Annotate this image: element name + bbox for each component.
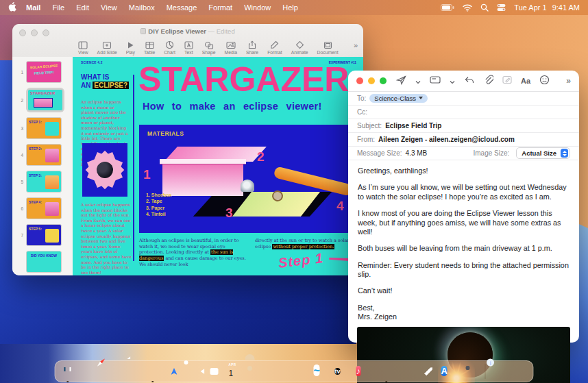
warning-text-left[interactable]: Although an eclipse is beautiful, in ord… — [139, 238, 246, 268]
mail-traffic-lights[interactable] — [356, 77, 387, 84]
thumbnail-2[interactable]: STARGAZER — [27, 89, 63, 111]
battery-icon[interactable] — [441, 4, 454, 11]
document-button[interactable]: Document — [317, 41, 339, 55]
add-slide-button[interactable]: Add Slide — [97, 41, 117, 55]
slide-thumb-1[interactable]: 1 SOLAR ECLIPSE FIELD TRIP! — [12, 61, 73, 83]
cc-field[interactable]: Cc: — [348, 106, 579, 119]
control-center-icon[interactable] — [497, 3, 506, 12]
dock-item-maps[interactable] — [165, 362, 183, 380]
dock-item-numbers[interactable] — [399, 362, 417, 380]
app-menu-mail[interactable]: Mail — [26, 3, 40, 12]
menu-edit[interactable]: Edit — [76, 3, 89, 12]
menubar-clock[interactable]: 9:41 AM — [552, 3, 580, 12]
header-fields-button[interactable] — [430, 75, 441, 87]
slide-thumb-7[interactable]: 7 STEP 5: — [12, 224, 73, 246]
zoom-button[interactable] — [380, 77, 387, 84]
dock-item-contacts[interactable] — [250, 362, 268, 380]
subject-field[interactable]: Subject: Eclipse Field Trip — [348, 119, 579, 133]
slide-thumb-5[interactable]: 5 STEP 3: — [12, 171, 73, 193]
dock-item-notes[interactable] — [293, 362, 310, 380]
format-button[interactable]: Format — [267, 40, 282, 55]
slide-subtitle[interactable]: How to make an eclipse viewer! — [143, 101, 322, 112]
dock-item-facetime[interactable] — [208, 362, 225, 380]
shape-button[interactable]: Shape — [202, 41, 216, 55]
animate-button[interactable]: Animate — [291, 40, 308, 55]
dock-item-safari[interactable] — [101, 362, 119, 380]
slide-thumb-2-selected[interactable]: 2 STARGAZER — [12, 88, 73, 112]
thumbnail-1[interactable]: SOLAR ECLIPSE FIELD TRIP! — [26, 61, 62, 83]
wifi-icon[interactable] — [463, 4, 472, 12]
slide-thumb-6[interactable]: 6 STEP 4: — [12, 197, 73, 219]
dock-item-keynote[interactable] — [378, 362, 395, 380]
send-button[interactable] — [396, 75, 406, 88]
menu-window[interactable]: Window — [244, 3, 271, 12]
thumbnail-6[interactable]: STEP 4: — [26, 197, 62, 219]
dock-item-mail[interactable] — [144, 362, 162, 380]
minimize-button[interactable] — [368, 77, 375, 84]
reply-button[interactable] — [464, 75, 474, 87]
apple-menu[interactable] — [8, 2, 16, 13]
menu-format[interactable]: Format — [208, 3, 232, 12]
menu-view[interactable]: View — [101, 3, 117, 12]
toolbar-overflow-chevron[interactable]: » — [354, 41, 358, 55]
menu-help[interactable]: Help — [282, 3, 298, 12]
to-field[interactable]: To: Science-Class — [348, 92, 579, 106]
attach-button[interactable] — [483, 75, 493, 88]
search-icon[interactable] — [480, 3, 489, 12]
menu-message[interactable]: Message — [167, 3, 197, 12]
emoji-button[interactable] — [539, 75, 550, 88]
slide-thumb-8[interactable]: DID YOU KNOW — [12, 251, 73, 273]
image-size-select[interactable]: Actual Size — [516, 147, 570, 159]
menu-mailbox[interactable]: Mailbox — [129, 3, 155, 12]
text-button[interactable]: Text — [184, 41, 193, 55]
media-button[interactable]: Media — [224, 41, 237, 55]
play-button[interactable]: Play — [126, 41, 135, 55]
slide-canvas[interactable]: SCIENCE 4.2 EXPERIMENT #11 WHAT IS AN EC… — [73, 57, 363, 275]
dock-item-downloads[interactable]: ↓ — [491, 362, 509, 380]
thumbnail-7[interactable]: STEP 5: — [26, 224, 62, 246]
menu-file[interactable]: File — [52, 3, 64, 12]
format-button[interactable]: Aa — [521, 77, 530, 85]
slide-navigator[interactable]: 1 SOLAR ECLIPSE FIELD TRIP! 2 STARGAZER … — [12, 57, 73, 275]
dock-item-reminders[interactable] — [271, 362, 289, 380]
recipient-token[interactable]: Science-Class — [369, 94, 428, 103]
sun-illustration[interactable] — [82, 143, 127, 197]
from-field[interactable]: From: Aileen Zeigen - aileen.zeigen@iclo… — [348, 133, 579, 147]
slide-heading-line2[interactable]: AN ECLIPSE? — [81, 82, 129, 89]
table-button[interactable]: Table — [144, 41, 155, 55]
send-options-chevron-icon[interactable] — [415, 75, 421, 87]
dock-item-trash[interactable] — [512, 362, 530, 380]
slide-thumb-4[interactable]: 4 STEP 2: — [12, 144, 73, 166]
dock-item-calendar[interactable]: APR1 — [229, 362, 247, 380]
header-fields-chevron-icon[interactable] — [450, 75, 455, 87]
dock-item-messages[interactable] — [123, 362, 140, 380]
toolbar-overflow-chevron[interactable]: » — [566, 76, 571, 86]
view-button[interactable]: View — [78, 41, 88, 55]
dock-item-appstore[interactable]: A — [441, 362, 459, 380]
keynote-window[interactable]: DIY Eclipse Viewer — Edited View Add Sli… — [12, 24, 363, 275]
menubar-date[interactable]: Tue Apr 1 — [514, 3, 546, 12]
step-annotation[interactable]: Step 1 — [278, 250, 324, 271]
slide-heading-line1[interactable]: WHAT IS — [81, 73, 109, 81]
chart-button[interactable]: Chart — [164, 40, 175, 55]
thumbnail-8[interactable]: DID YOU KNOW — [26, 251, 62, 273]
share-button[interactable]: Share — [246, 40, 258, 55]
thumbnail-5[interactable]: STEP 3: — [26, 171, 62, 193]
markup-button[interactable] — [502, 75, 512, 87]
dock-item-finder[interactable] — [59, 362, 77, 380]
message-body[interactable]: Greetings, earthlings! As I’m sure you a… — [348, 160, 579, 322]
slide-thumb-3[interactable]: 3 STEP 1: — [12, 117, 73, 139]
dock-item-settings[interactable] — [463, 362, 480, 380]
thumbnail-4[interactable]: STEP 2: — [26, 144, 62, 166]
slide-title[interactable]: STARGAZER — [138, 60, 349, 99]
dock-item-freeform[interactable]: ~ — [314, 362, 332, 380]
close-button[interactable] — [356, 77, 363, 84]
dock-item-music[interactable]: ♪ — [356, 362, 374, 380]
eclipse-paragraph-2[interactable]: A solar eclipse happens when the moon bl… — [81, 202, 132, 275]
dock-item-pages[interactable] — [420, 362, 438, 380]
materials-panel[interactable]: MATERIALS 1 2 3 4 1. Shoebox 2. Tape 3. … — [139, 125, 363, 233]
dock-item-launchpad[interactable] — [80, 362, 98, 380]
dock-item-appletv[interactable]: tv — [335, 362, 353, 380]
thumbnail-3[interactable]: STEP 1: — [26, 117, 62, 139]
mail-compose-window[interactable]: Aa » To: Science-Class Cc: Subject: Ecli… — [348, 71, 579, 343]
